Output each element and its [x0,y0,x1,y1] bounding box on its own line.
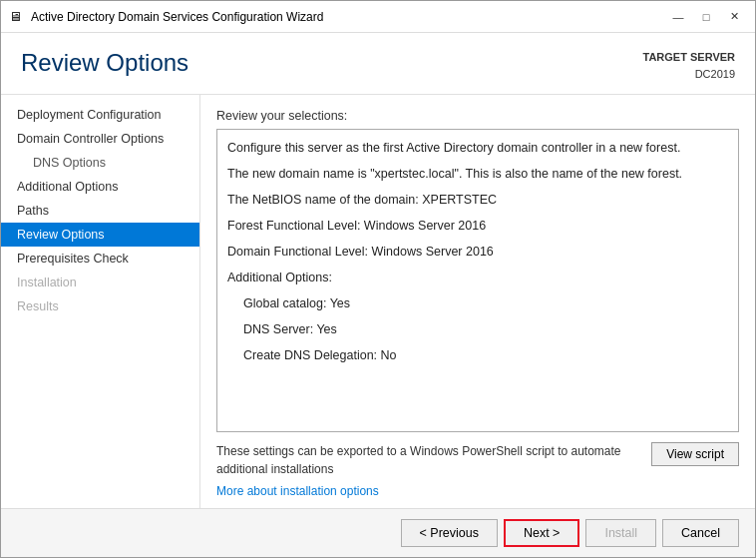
review-item-7: DNS Server: Yes [227,319,728,339]
sidebar-item-additional-options[interactable]: Additional Options [1,175,199,199]
sidebar: Deployment Configuration Domain Controll… [1,95,200,508]
main-content: Deployment Configuration Domain Controll… [1,95,755,508]
page-title: Review Options [21,49,189,77]
export-text: These settings can be exported to a Wind… [216,442,641,478]
app-icon: 🖥 [9,9,25,25]
review-item-0: Configure this server as the first Activ… [227,138,728,158]
sidebar-item-deployment-configuration[interactable]: Deployment Configuration [1,103,199,127]
server-name: DC2019 [643,66,736,83]
next-button[interactable]: Next > [504,519,579,547]
previous-button[interactable]: < Previous [401,519,498,547]
close-button[interactable]: ✕ [721,7,747,27]
target-server-info: TARGET SERVER DC2019 [643,49,736,82]
sidebar-item-review-options[interactable]: Review Options [1,223,199,247]
window-title: Active Directory Domain Services Configu… [31,10,665,24]
maximize-button[interactable]: □ [693,7,719,27]
section-label: Review your selections: [216,109,739,123]
cancel-button[interactable]: Cancel [662,519,739,547]
window-controls: — □ ✕ [665,7,747,27]
sidebar-item-installation: Installation [1,271,199,294]
review-text-box[interactable]: Configure this server as the first Activ… [216,129,739,432]
install-button: Install [585,519,656,547]
sidebar-item-domain-controller-options[interactable]: Domain Controller Options [1,127,199,151]
review-item-5: Additional Options: [227,268,728,287]
review-item-1: The new domain name is "xpertstec.local"… [227,164,728,184]
sidebar-item-results: Results [1,294,199,318]
minimize-button[interactable]: — [665,7,691,27]
title-bar: 🖥 Active Directory Domain Services Confi… [1,1,755,33]
more-about-link[interactable]: More about installation options [216,484,739,498]
right-panel: Review your selections: Configure this s… [200,95,755,508]
review-item-3: Forest Functional Level: Windows Server … [227,216,728,236]
review-item-6: Global catalog: Yes [227,293,728,313]
review-item-8: Create DNS Delegation: No [227,345,728,365]
header: Review Options TARGET SERVER DC2019 [1,33,755,95]
review-item-2: The NetBIOS name of the domain: XPERTSTE… [227,190,728,210]
sidebar-item-prerequisites-check[interactable]: Prerequisites Check [1,247,199,271]
sidebar-item-paths[interactable]: Paths [1,199,199,223]
server-label: TARGET SERVER [643,49,736,66]
view-script-button[interactable]: View script [651,442,739,466]
export-area: These settings can be exported to a Wind… [216,442,739,478]
sidebar-item-dns-options[interactable]: DNS Options [1,151,199,175]
wizard-window: 🖥 Active Directory Domain Services Confi… [0,0,756,558]
review-item-4: Domain Functional Level: Windows Server … [227,242,728,262]
footer: < Previous Next > Install Cancel [1,508,755,557]
